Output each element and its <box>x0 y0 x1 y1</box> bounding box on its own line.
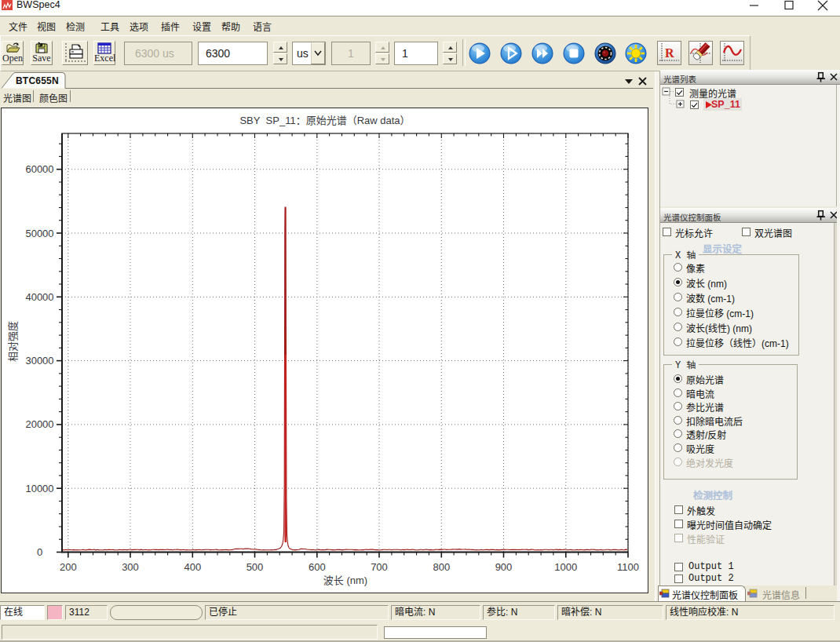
svg-text:200: 200 <box>60 561 77 573</box>
svg-text:1100: 1100 <box>617 561 639 573</box>
svg-text:1000: 1000 <box>554 561 577 573</box>
svg-text:700: 700 <box>371 561 388 573</box>
svg-text:60000: 60000 <box>25 163 53 175</box>
svg-text:20000: 20000 <box>25 418 53 430</box>
svg-text:50000: 50000 <box>25 228 53 239</box>
svg-text:10000: 10000 <box>25 483 53 494</box>
svg-text:0: 0 <box>37 546 42 558</box>
svg-text:波长 (nm): 波长 (nm) <box>323 575 367 586</box>
svg-text:900: 900 <box>495 561 513 573</box>
svg-text:300: 300 <box>122 561 139 573</box>
svg-text:400: 400 <box>184 561 201 573</box>
svg-text:相对强度: 相对强度 <box>7 321 19 362</box>
svg-text:SBY SP_11：原始光谱（Raw data）: SBY SP_11：原始光谱（Raw data） <box>239 115 410 126</box>
svg-text:800: 800 <box>433 561 450 573</box>
svg-text:30000: 30000 <box>25 355 53 367</box>
svg-text:600: 600 <box>309 561 326 573</box>
svg-text:R: R <box>665 46 674 60</box>
svg-text:500: 500 <box>247 561 264 573</box>
svg-text:40000: 40000 <box>25 291 53 303</box>
